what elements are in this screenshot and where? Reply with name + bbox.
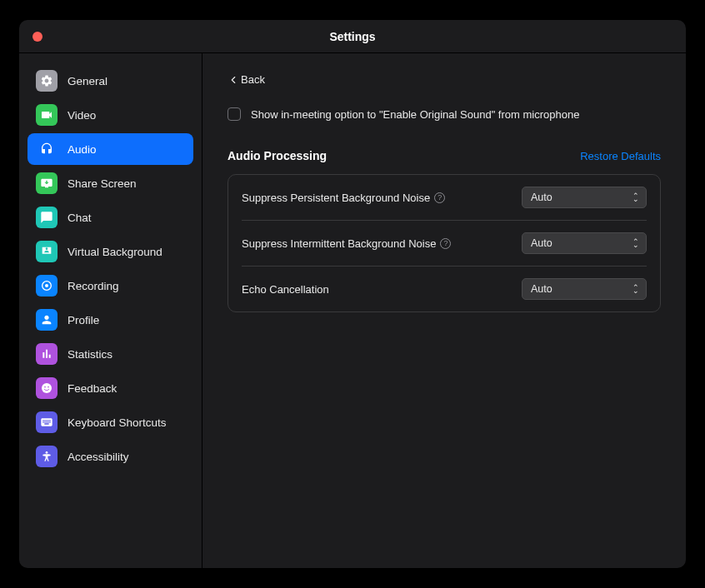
sidebar-item-recording[interactable]: Recording xyxy=(28,270,193,301)
chevron-updown-icon: ⌃⌄ xyxy=(632,240,639,247)
sidebar-item-statistics[interactable]: Statistics xyxy=(28,338,193,370)
sidebar-item-label: General xyxy=(68,75,108,87)
close-window-button[interactable] xyxy=(32,32,42,42)
main-panel: Back Show in-meeting option to "Enable O… xyxy=(202,53,686,568)
window-title: Settings xyxy=(19,30,686,43)
back-button[interactable]: Back xyxy=(228,73,265,86)
panel-row-intermittent-noise: Suppress Intermittent Background Noise ?… xyxy=(242,221,647,267)
help-icon[interactable]: ? xyxy=(440,238,451,249)
restore-defaults-link[interactable]: Restore Defaults xyxy=(580,150,661,162)
headphones-icon xyxy=(36,138,58,160)
sidebar-item-audio[interactable]: Audio xyxy=(28,133,193,165)
sidebar-item-label: Audio xyxy=(68,143,97,156)
chevron-updown-icon: ⌃⌄ xyxy=(632,286,639,293)
back-label: Back xyxy=(241,73,265,86)
sidebar-item-label: Statistics xyxy=(68,348,112,361)
gear-icon xyxy=(36,70,58,92)
sidebar-item-label: Video xyxy=(68,109,96,122)
video-icon xyxy=(36,104,58,126)
sidebar-item-label: Share Screen xyxy=(68,177,137,190)
svg-point-3 xyxy=(44,386,46,388)
sidebar-item-keyboard-shortcuts[interactable]: Keyboard Shortcuts xyxy=(28,406,193,438)
original-sound-label: Show in-meeting option to "Enable Origin… xyxy=(251,108,579,121)
feedback-icon xyxy=(36,377,58,399)
sidebar-item-chat[interactable]: Chat xyxy=(28,202,193,233)
sidebar-item-label: Profile xyxy=(68,314,99,326)
chevron-left-icon xyxy=(228,74,239,86)
sidebar-item-profile[interactable]: Profile xyxy=(28,304,193,336)
keyboard-icon xyxy=(36,411,58,433)
sidebar-item-share-screen[interactable]: Share Screen xyxy=(28,167,193,199)
section-header: Audio Processing Restore Defaults xyxy=(228,149,661,162)
traffic-lights xyxy=(19,32,42,42)
svg-point-1 xyxy=(45,284,48,287)
sidebar-item-label: Virtual Background xyxy=(68,246,162,258)
statistics-icon xyxy=(36,343,58,365)
sidebar-item-label: Chat xyxy=(68,212,92,224)
echo-cancellation-select[interactable]: Auto ⌃⌄ xyxy=(522,278,647,300)
sidebar-item-label: Keyboard Shortcuts xyxy=(68,416,167,429)
select-value: Auto xyxy=(531,237,552,249)
sidebar-item-feedback[interactable]: Feedback xyxy=(28,372,193,404)
accessibility-icon xyxy=(36,446,58,467)
section-title: Audio Processing xyxy=(228,149,327,162)
sidebar: General Video Audio Share Screen xyxy=(19,53,202,568)
intermittent-noise-select[interactable]: Auto ⌃⌄ xyxy=(522,232,647,254)
sidebar-item-virtual-background[interactable]: Virtual Background xyxy=(28,236,193,267)
svg-point-5 xyxy=(46,451,48,454)
svg-point-2 xyxy=(42,383,52,393)
help-icon[interactable]: ? xyxy=(434,192,445,203)
sidebar-item-label: Recording xyxy=(68,280,119,292)
sidebar-item-general[interactable]: General xyxy=(28,65,193,97)
window-body: General Video Audio Share Screen xyxy=(19,53,686,568)
chat-icon xyxy=(36,207,58,228)
sidebar-item-accessibility[interactable]: Accessibility xyxy=(28,441,193,472)
profile-icon xyxy=(36,309,58,331)
sidebar-item-label: Feedback xyxy=(68,382,117,395)
settings-window: Settings General Video Audio xyxy=(19,20,686,568)
original-sound-checkbox-row: Show in-meeting option to "Enable Origin… xyxy=(228,107,661,121)
record-icon xyxy=(36,275,58,296)
chevron-updown-icon: ⌃⌄ xyxy=(632,194,639,202)
persistent-noise-select[interactable]: Auto ⌃⌄ xyxy=(522,187,647,208)
select-value: Auto xyxy=(531,283,552,295)
panel-row-persistent-noise: Suppress Persistent Background Noise ? A… xyxy=(242,175,647,221)
sidebar-item-video[interactable]: Video xyxy=(28,99,193,131)
panel-row-echo-cancellation: Echo Cancellation Auto ⌃⌄ xyxy=(242,267,647,311)
original-sound-checkbox[interactable] xyxy=(228,107,241,121)
titlebar: Settings xyxy=(19,20,686,53)
audio-processing-panel: Suppress Persistent Background Noise ? A… xyxy=(228,174,661,312)
share-screen-icon xyxy=(36,172,58,194)
select-value: Auto xyxy=(531,192,552,203)
sidebar-item-label: Accessibility xyxy=(68,451,129,463)
virtual-bg-icon xyxy=(36,241,58,262)
row-label: Echo Cancellation xyxy=(242,283,329,296)
svg-point-4 xyxy=(48,386,49,388)
row-label: Suppress Intermittent Background Noise ? xyxy=(242,237,451,250)
row-label: Suppress Persistent Background Noise ? xyxy=(242,192,445,204)
